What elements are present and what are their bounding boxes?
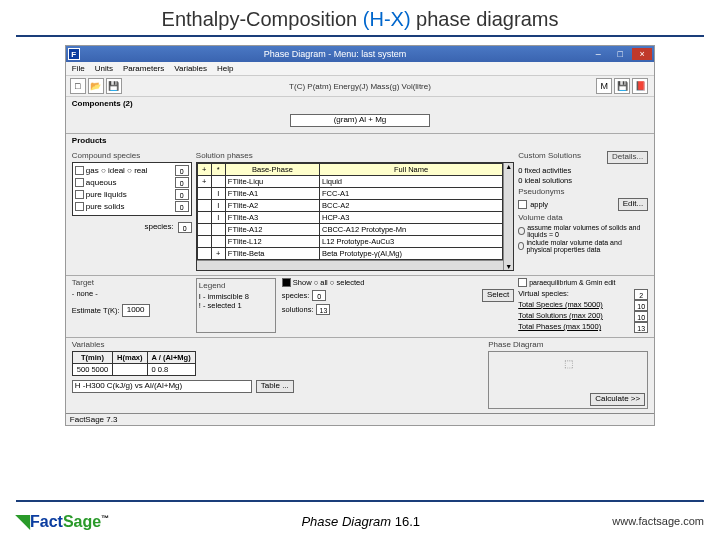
compound-row-gas: gas ○ ideal ○ real0 <box>75 165 189 176</box>
menu-help[interactable]: Help <box>217 64 233 73</box>
species-count: 0 <box>178 222 192 233</box>
tool-save2-icon[interactable]: 💾 <box>614 78 630 94</box>
variables-panel: Variables T(min)H(max)A / (Al+Mg) 500 50… <box>72 340 484 409</box>
save-icon[interactable]: 💾 <box>106 78 122 94</box>
tool-book-icon[interactable]: 📕 <box>632 78 648 94</box>
open-icon[interactable]: 📂 <box>88 78 104 94</box>
select-button[interactable]: Select <box>482 289 514 302</box>
footer-page-label: Phase Diagram 16.1 <box>301 514 420 529</box>
compound-row-solids: pure solids0 <box>75 201 189 212</box>
table-row: FTlite-L12L12 Prototype-AuCu3 <box>197 236 502 248</box>
total-phases-link[interactable]: Total Phases (max 1500) <box>518 322 601 333</box>
edit-button[interactable]: Edit... <box>618 198 648 211</box>
minimize-button[interactable]: – <box>588 48 608 60</box>
solution-phases-panel: Solution phases + * Base-Phase Full Name… <box>196 151 514 271</box>
slide-title: Enthalpy-Composition (H-X) phase diagram… <box>0 0 720 35</box>
menubar: File Units Parameters Variables Help <box>66 62 654 76</box>
products-label: Products <box>66 134 654 147</box>
apply-checkbox[interactable] <box>518 200 527 209</box>
table-row: +FTlite-BetaBeta Prototype-γ(Al,Mg) <box>197 248 502 260</box>
menu-units[interactable]: Units <box>95 64 113 73</box>
footer-rule <box>16 500 704 502</box>
table-row: FTlite-A12CBCC-A12 Prototype-Mn <box>197 224 502 236</box>
window-title: Phase Diagram - Menu: last system <box>84 49 586 59</box>
components-label: Components (2) <box>66 97 654 110</box>
components-row: (gram) Al + Mg <box>66 110 654 134</box>
table-button[interactable]: Table ... <box>256 380 294 393</box>
table-row: +FTlite-LiquLiquid <box>197 176 502 188</box>
units-summary: T(C) P(atm) Energy(J) Mass(g) Vol(litre) <box>124 82 596 91</box>
compound-row-liquids: pure liquids0 <box>75 189 189 200</box>
species-label: species: <box>144 222 173 233</box>
factsage-logo: ◥FactSage™ <box>16 510 109 532</box>
menu-file[interactable]: File <box>72 64 85 73</box>
solution-title: Solution phases <box>196 151 514 160</box>
axis-input[interactable]: H -H300 C(kJ/g) vs Al/(Al+Mg) <box>72 380 252 393</box>
target-panel: Target - none - Estimate T(K): 1000 <box>72 278 192 333</box>
toolbar: □ 📂 💾 T(C) P(atm) Energy(J) Mass(g) Vol(… <box>66 76 654 97</box>
products-panel: Compound species gas ○ ideal ○ real0 aqu… <box>66 147 654 276</box>
custom-title: Custom Solutions <box>518 151 581 164</box>
volume-radio-1[interactable] <box>518 227 525 235</box>
table-row: IFTlite-A3HCP-A3 <box>197 212 502 224</box>
total-species-link[interactable]: Total Species (max 5000) <box>518 300 603 311</box>
volume-title: Volume data <box>518 213 648 222</box>
v-scrollbar[interactable]: ▲▼ <box>503 163 513 270</box>
titlebar: F Phase Diagram - Menu: last system – □ … <box>66 46 654 62</box>
variables-table: T(min)H(max)A / (Al+Mg) 500 50000 0.8 <box>72 351 196 376</box>
compound-title: Compound species <box>72 151 192 160</box>
mid-row: Target - none - Estimate T(K): 1000 Lege… <box>66 276 654 338</box>
solids-checkbox[interactable] <box>75 202 84 211</box>
menu-parameters[interactable]: Parameters <box>123 64 164 73</box>
app-window: F Phase Diagram - Menu: last system – □ … <box>65 45 655 426</box>
liquids-checkbox[interactable] <box>75 190 84 199</box>
menu-variables[interactable]: Variables <box>174 64 207 73</box>
maximize-button[interactable]: □ <box>610 48 630 60</box>
slide-footer: ◥FactSage™ Phase Diagram 16.1 www.factsa… <box>0 510 720 532</box>
compound-species-panel: Compound species gas ○ ideal ○ real0 aqu… <box>72 151 192 271</box>
total-solutions-link[interactable]: Total Solutions (max 200) <box>518 311 603 322</box>
table-row: IFTlite-A2BCC-A2 <box>197 200 502 212</box>
aqueous-checkbox[interactable] <box>75 178 84 187</box>
phase-diagram-panel: Phase Diagram ⬚ Calculate >> <box>488 340 648 409</box>
footer-url: www.factsage.com <box>612 515 704 527</box>
new-icon[interactable]: □ <box>70 78 86 94</box>
estimate-t-input[interactable]: 1000 <box>122 304 150 317</box>
pseudonyms-label: Pseudonyms <box>518 187 564 196</box>
details-button[interactable]: Details... <box>607 151 648 164</box>
gas-checkbox[interactable] <box>75 166 84 175</box>
components-input[interactable]: (gram) Al + Mg <box>290 114 430 127</box>
h-scrollbar[interactable] <box>197 260 503 270</box>
solution-table: + * Base-Phase Full Name +FTlite-LiquLiq… <box>197 163 503 260</box>
bottom-row: Variables T(min)H(max)A / (Al+Mg) 500 50… <box>66 338 654 413</box>
volume-radio-2[interactable] <box>518 242 524 250</box>
totals-panel: paraequilibrium & Gmin edit Virtual spec… <box>518 278 648 333</box>
calculate-button[interactable]: Calculate >> <box>590 393 645 406</box>
custom-panel: Custom Solutions Details... 0 fixed acti… <box>518 151 648 271</box>
status-bar: FactSage 7.3 <box>66 413 654 425</box>
tool-m-icon[interactable]: M <box>596 78 612 94</box>
diagram-preview-icon: ⬚ <box>491 358 645 369</box>
legend-panel: Legend I - immiscible 8 ! - selected 1 <box>196 278 276 333</box>
close-button[interactable]: × <box>632 48 652 60</box>
title-rule <box>16 35 704 37</box>
table-row: IFTlite-A1FCC-A1 <box>197 188 502 200</box>
paraequil-checkbox[interactable] <box>518 278 527 287</box>
show-checkbox[interactable] <box>282 278 291 287</box>
compound-row-aqueous: aqueous0 <box>75 177 189 188</box>
app-icon: F <box>68 48 80 60</box>
